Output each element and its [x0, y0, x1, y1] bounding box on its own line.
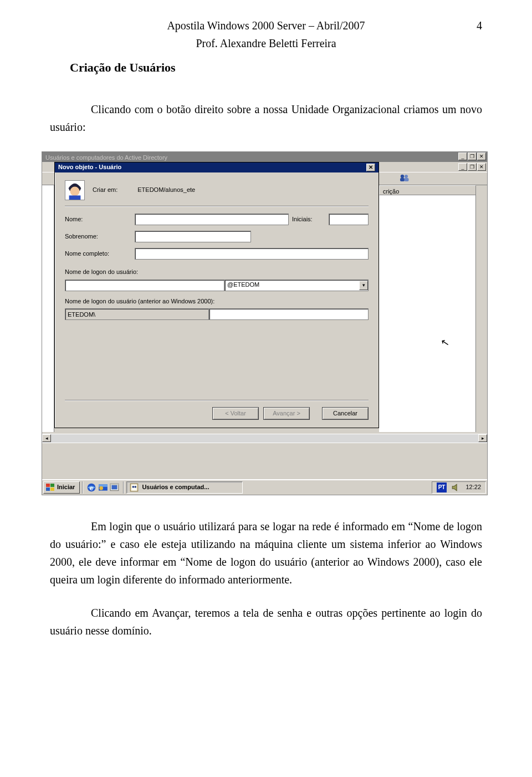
bg-list-header-label: crição — [383, 188, 399, 195]
language-indicator[interactable]: PT — [437, 483, 447, 492]
chevron-down-icon[interactable] — [359, 281, 368, 290]
section-heading: Criação de Usuários — [70, 58, 482, 77]
header-line-2: Prof. Alexandre Beletti Ferreira — [50, 34, 482, 52]
logon-pre2000-label: Nome de logon do usuário (anterior ao Wi… — [65, 297, 369, 307]
logon-pre2000-input[interactable] — [209, 308, 369, 320]
sobrenome-input[interactable] — [135, 231, 251, 242]
domain-suffix-dropdown[interactable]: @ETEDOM — [224, 280, 369, 291]
app-book-icon — [129, 483, 139, 492]
dialog-titlebar: Novo objeto - Usuário ✕ — [55, 162, 378, 172]
paragraph-3: Clicando em Avançar, teremos a tela de s… — [50, 604, 482, 639]
domain-prefix-display: ETEDOM\ — [65, 308, 209, 320]
bg-close-button[interactable]: ✕ — [477, 153, 486, 160]
svg-rect-1 — [400, 178, 405, 181]
svg-rect-6 — [69, 196, 81, 200]
svg-point-2 — [405, 175, 408, 178]
user-head-icon — [65, 180, 85, 200]
next-button[interactable]: Avançar > — [263, 407, 310, 420]
scroll-right-button[interactable]: ▸ — [478, 434, 487, 442]
svg-point-0 — [401, 175, 404, 178]
nome-completo-input[interactable] — [135, 248, 369, 260]
taskbar-app-button[interactable]: Usuários e computad... — [126, 481, 243, 494]
cancel-button[interactable]: Cancelar — [322, 407, 369, 420]
start-button[interactable]: Iniciar — [43, 481, 80, 494]
statusbar — [42, 443, 487, 453]
dialog-close-button[interactable]: ✕ — [366, 164, 375, 171]
svg-rect-14 — [99, 485, 108, 487]
criar-em-label: Criar em: — [93, 185, 117, 195]
bg-tree-panel — [42, 185, 54, 432]
svg-rect-7 — [46, 484, 50, 487]
bg-window-titlebar: Usuários e computadores do Active Direct… — [42, 152, 487, 162]
nome-label: Nome: — [65, 215, 131, 225]
paragraph-2: Em login que o usuário utilizará para se… — [50, 517, 482, 588]
paragraph-1: Clicando com o botão direito sobre a nos… — [50, 100, 482, 136]
dialog-title: Novo objeto - Usuário — [58, 162, 121, 172]
svg-point-19 — [132, 486, 135, 488]
separator — [65, 206, 369, 207]
child-close-button[interactable]: ✕ — [477, 163, 486, 171]
tray-clock: 12:22 — [466, 483, 481, 492]
svg-text:e: e — [90, 485, 93, 491]
bg-maximize-button[interactable]: ❐ — [468, 153, 477, 160]
svg-rect-10 — [50, 487, 54, 491]
taskbar-separator-2 — [123, 481, 124, 494]
iniciais-label: Iniciais: — [292, 215, 325, 225]
header-line-1: Apostila Windows 2000 Server – Abril/200… — [50, 17, 482, 34]
criar-em-path: ETEDOM/alunos_ete — [137, 185, 195, 195]
ie-icon[interactable]: e — [86, 483, 96, 492]
logon-label: Nome de logon do usuário: — [65, 267, 369, 277]
svg-rect-9 — [46, 487, 50, 491]
taskbar: Iniciar e Usuários e computad... PT 12:2… — [42, 479, 487, 495]
svg-point-15 — [100, 486, 104, 490]
child-maximize-button[interactable]: ❐ — [468, 163, 477, 171]
logon-input[interactable] — [65, 280, 224, 291]
iniciais-input[interactable] — [329, 214, 369, 225]
sobrenome-label: Sobrenome: — [65, 232, 131, 242]
start-label: Iniciar — [57, 483, 75, 492]
windows-flag-icon — [46, 484, 55, 491]
taskbar-separator — [82, 481, 83, 494]
paragraph-1-text: Clicando com o botão direito sobre a nos… — [50, 103, 482, 133]
outlook-icon[interactable] — [98, 483, 108, 492]
system-tray: PT 12:22 — [432, 481, 486, 494]
bg-window-title: Usuários e computadores do Active Direct… — [45, 154, 167, 161]
tray-speaker-icon[interactable] — [451, 483, 461, 492]
domain-suffix-value: @ETEDOM — [227, 280, 259, 290]
svg-point-5 — [70, 187, 80, 196]
dialog-bottom-separator — [65, 400, 369, 401]
back-button[interactable]: < Voltar — [212, 407, 259, 420]
svg-rect-17 — [112, 485, 117, 490]
bg-list-header[interactable]: crição — [379, 185, 476, 195]
svg-rect-3 — [405, 178, 409, 181]
new-user-dialog: Novo objeto - Usuário ✕ Criar em: ETEDOM… — [54, 162, 379, 428]
scroll-left-button[interactable]: ◂ — [42, 434, 51, 442]
show-desktop-icon[interactable] — [110, 483, 120, 492]
child-minimize-button[interactable]: _ — [458, 163, 467, 171]
nome-completo-label: Nome completo: — [65, 249, 131, 259]
bg-minimize-button[interactable]: _ — [458, 153, 467, 160]
paragraph-2-text: Em login que o usuário utilizará para se… — [50, 520, 482, 586]
embedded-screenshot: Usuários e computadores do Active Direct… — [42, 151, 488, 495]
horizontal-scrollbar[interactable]: ◂ ▸ — [42, 434, 487, 443]
quick-launch: e — [85, 483, 121, 492]
svg-rect-8 — [50, 484, 54, 487]
toolbar-users-icon — [398, 173, 410, 183]
svg-point-20 — [135, 486, 137, 488]
bg-list-area — [379, 195, 476, 432]
nome-input[interactable] — [135, 214, 289, 225]
page-number: 4 — [477, 17, 482, 34]
paragraph-3-text: Clicando em Avançar, teremos a tela de s… — [50, 607, 482, 637]
taskbar-app-label: Usuários e computad... — [142, 483, 209, 492]
